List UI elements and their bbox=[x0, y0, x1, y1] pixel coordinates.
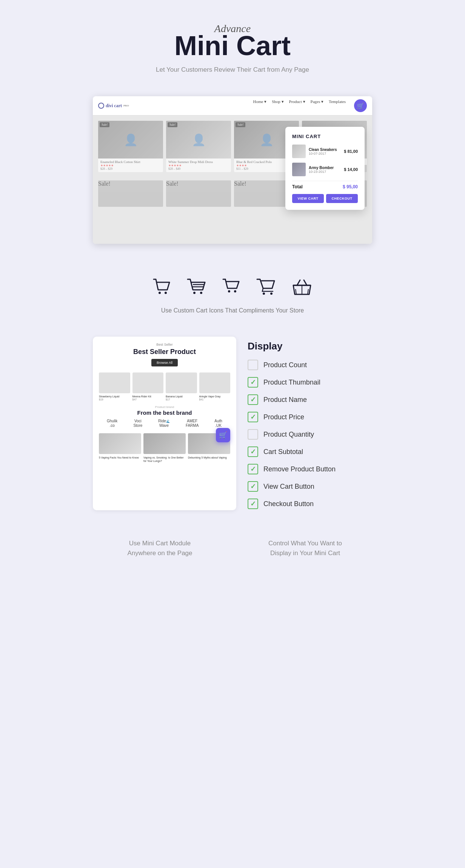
view-cart-button[interactable]: VIEW CART bbox=[292, 194, 324, 203]
cart-total-row: Total $ 95,00 bbox=[292, 184, 358, 189]
brand-1: Ghulik.co bbox=[107, 419, 117, 428]
svg-line-11 bbox=[296, 289, 296, 294]
svg-point-1 bbox=[165, 292, 167, 294]
nav-product[interactable]: Product ▾ bbox=[289, 99, 305, 112]
mini-prod-price-2: $47 bbox=[132, 398, 164, 401]
blog-title-2: Vaping vs. Smoking: Is One Better for Yo… bbox=[143, 456, 186, 463]
icons-section: Use Custom Cart Icons That Compliments Y… bbox=[82, 259, 383, 329]
checkbox-1 bbox=[248, 360, 258, 370]
hero-section: Advance Mini Cart Let Your Customers Rev… bbox=[82, 0, 383, 89]
checkmark-7: ✓ bbox=[250, 465, 256, 473]
cart-icons-row bbox=[89, 278, 376, 300]
display-item-4: ✓ Product Price bbox=[248, 412, 372, 422]
display-label-9: Checkout Button bbox=[263, 500, 314, 508]
checkbox-4: ✓ bbox=[248, 412, 258, 422]
sale-badge-1: Sale! bbox=[100, 122, 109, 127]
sale-badge-2: Sale! bbox=[168, 122, 177, 127]
checkbox-9: ✓ bbox=[248, 499, 258, 509]
checkbox-3: ✓ bbox=[248, 394, 258, 405]
product-card-1: Sale! 👤 Enameled Black Cotton Shirt ★★★★… bbox=[98, 121, 163, 172]
product-card-2: Sale! 👤 White Summer Drop Midi Dress ★★★… bbox=[166, 121, 231, 172]
mini-prod-img-1 bbox=[99, 372, 130, 393]
right-display-panel: Display Product Count ✓ Product Thumbnai… bbox=[248, 337, 372, 516]
nav-pages[interactable]: Pages ▾ bbox=[311, 99, 323, 112]
mini-prod-img-2 bbox=[132, 372, 164, 393]
display-heading: Display bbox=[248, 340, 372, 352]
brand-2: VociStore bbox=[133, 419, 142, 428]
display-label-4: Product Price bbox=[263, 413, 304, 421]
blog-grid: 5 Vaping Facts You Need to Know Vaping v… bbox=[99, 433, 230, 463]
browse-all-button[interactable]: Browse All bbox=[151, 359, 178, 366]
checkmark-2: ✓ bbox=[250, 378, 256, 386]
demo-section: divi cart PRO Home ▾ Shop ▾ Product ▾ Pa… bbox=[82, 89, 383, 259]
floating-cart-button[interactable]: 🛒 bbox=[216, 428, 230, 442]
browser-logo-text: divi cart bbox=[106, 103, 122, 109]
mini-prod-img-4 bbox=[199, 372, 231, 393]
svg-line-13 bbox=[308, 289, 308, 294]
mini-cart-item-info-1: Clean Sneakers 10-07-2017 bbox=[309, 148, 341, 155]
basket-icon bbox=[292, 278, 312, 300]
caption-right-text: Control What You Want toDisplay in Your … bbox=[238, 539, 372, 558]
sale-badge-6: Sale! bbox=[166, 180, 231, 187]
mini-cart-item-name-2: Army Bomber bbox=[309, 166, 341, 170]
mini-cart-item-price-1: $ 81,00 bbox=[344, 149, 358, 154]
svg-point-4 bbox=[193, 292, 196, 294]
svg-point-6 bbox=[228, 290, 230, 292]
mini-prod-name-1: Strawberry Liquid bbox=[99, 395, 130, 398]
product-name-1: Enameled Black Cotton Shirt bbox=[100, 160, 161, 164]
mini-prod-4: Aringle Vape Gray $41 bbox=[199, 372, 231, 401]
display-label-3: Product Name bbox=[263, 396, 307, 404]
mini-prod-price-4: $41 bbox=[199, 398, 231, 401]
demo-browser: divi cart PRO Home ▾ Shop ▾ Product ▾ Pa… bbox=[93, 96, 372, 244]
checkmark-8: ✓ bbox=[250, 482, 256, 491]
display-item-6: ✓ Cart Subtotal bbox=[248, 446, 372, 457]
checkbox-2: ✓ bbox=[248, 377, 258, 388]
product-thumbnail-2 bbox=[292, 163, 306, 176]
best-seller-tag: Best Seller bbox=[99, 343, 230, 346]
cart-total-label: Total bbox=[292, 184, 303, 189]
nav-home[interactable]: Home ▾ bbox=[253, 99, 267, 112]
hero-subtitle: Let Your Customers Review Their Cart fro… bbox=[89, 66, 376, 74]
product-info-1: Enameled Black Cotton Shirt ★★★★★ $28 – … bbox=[98, 159, 163, 172]
brand-logos: Ghulik.co VociStore Ride🌊Wave AMEFFARMA … bbox=[99, 419, 230, 428]
nav-shop[interactable]: Shop ▾ bbox=[272, 99, 283, 112]
brand-4: AMEFFARMA bbox=[186, 419, 199, 428]
display-label-5: Product Quantity bbox=[263, 431, 314, 439]
bottom-section: Best Seller Best Seller Product Browse A… bbox=[82, 329, 383, 539]
product-stars-2: ★★★★★ bbox=[168, 164, 229, 167]
caption-left-text: Use Mini Cart ModuleAnywhere on the Page bbox=[93, 539, 227, 558]
display-label-1: Product Count bbox=[263, 361, 307, 369]
nav-templates[interactable]: Templates bbox=[329, 99, 346, 112]
logo-circle-icon bbox=[98, 103, 104, 109]
display-item-1: Product Count bbox=[248, 360, 372, 370]
display-item-7: ✓ Remove Product Button bbox=[248, 464, 372, 474]
product-price-1: $28 – $29 bbox=[100, 167, 161, 171]
display-item-5: Product Quantity bbox=[248, 429, 372, 440]
mini-cart-item-2: Army Bomber 10-23-2017 $ 14,00 bbox=[292, 163, 358, 176]
mini-cart-item-date-1: 10-07-2017 bbox=[309, 152, 341, 155]
display-item-8: ✓ View Cart Button bbox=[248, 481, 372, 492]
demo-content: Sale! 👤 Enameled Black Cotton Shirt ★★★★… bbox=[93, 115, 372, 244]
mini-prod-name-2: Meena Rider Kit bbox=[132, 395, 164, 398]
product-thumbnail-1 bbox=[292, 145, 306, 158]
brand-tag: Product brand bbox=[99, 405, 230, 409]
checkbox-7: ✓ bbox=[248, 464, 258, 474]
brand-title: From the best brand bbox=[99, 409, 230, 416]
mini-prod-name-4: Aringle Vape Gray bbox=[199, 395, 231, 398]
cart-button[interactable]: 🛒 bbox=[354, 99, 367, 112]
cart-total-price: $ 95,00 bbox=[343, 184, 358, 189]
product-stars-1: ★★★★★ bbox=[100, 164, 161, 167]
display-label-2: Product Thumbnail bbox=[263, 379, 320, 386]
checkout-button[interactable]: CHECKOUT bbox=[326, 194, 358, 203]
checkmark-3: ✓ bbox=[250, 396, 256, 404]
checkmark-4: ✓ bbox=[250, 413, 256, 421]
mini-prod-1: Strawberry Liquid $19 bbox=[99, 372, 130, 401]
display-item-9: ✓ Checkout Button bbox=[248, 499, 372, 509]
best-seller-title: Best Seller Product bbox=[99, 348, 230, 356]
checkmark-9: ✓ bbox=[250, 500, 256, 508]
blog-img-1 bbox=[99, 433, 141, 454]
blog-card-1: 5 Vaping Facts You Need to Know bbox=[99, 433, 141, 463]
cart-icon-1 bbox=[153, 279, 172, 299]
cart-actions: VIEW CART CHECKOUT bbox=[292, 194, 358, 203]
display-label-7: Remove Product Button bbox=[263, 465, 336, 473]
